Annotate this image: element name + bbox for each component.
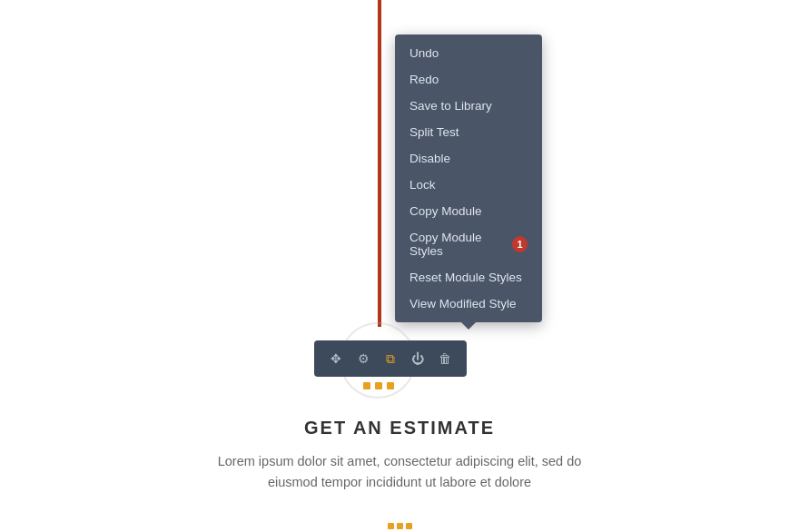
menu-item-disable[interactable]: Disable <box>395 145 542 172</box>
menu-item-label-lock: Lock <box>409 178 436 192</box>
menu-item-label-disable: Disable <box>409 152 450 165</box>
toolbar-btn-delete[interactable]: 🗑 <box>432 346 458 371</box>
menu-item-label-reset-module-styles: Reset Module Styles <box>409 271 522 284</box>
bottom-dot-2 <box>397 523 403 529</box>
menu-item-label-copy-module: Copy Module <box>409 204 482 218</box>
bottom-dot-3 <box>406 523 412 529</box>
menu-item-split-test[interactable]: Split Test <box>395 119 542 145</box>
toolbar-btn-power[interactable]: ⏻ <box>405 346 430 371</box>
menu-item-copy-module[interactable]: Copy Module <box>395 198 542 224</box>
vertical-divider-line <box>378 0 381 327</box>
content-body: Lorem ipsum dolor sit amet, consectetur … <box>200 451 599 493</box>
page-content: GET AN ESTIMATE Lorem ipsum dolor sit am… <box>0 418 799 493</box>
bottom-dot-1 <box>388 523 394 529</box>
toolbar-btn-clone[interactable]: ⧉ <box>378 346 403 371</box>
menu-item-view-modified-style[interactable]: View Modified Style <box>395 291 542 317</box>
module-dot-2 <box>375 382 382 389</box>
bottom-icon-area <box>381 519 418 532</box>
toolbar-btn-move[interactable]: ✥ <box>323 346 349 371</box>
content-title: GET AN ESTIMATE <box>304 418 495 438</box>
menu-item-undo[interactable]: Undo <box>395 40 542 66</box>
menu-item-reset-module-styles[interactable]: Reset Module Styles <box>395 264 542 291</box>
module-dot-1 <box>363 382 370 389</box>
menu-item-label-undo: Undo <box>409 46 439 60</box>
menu-item-label-save-to-library: Save to Library <box>409 99 492 113</box>
menu-item-label-view-modified-style: View Modified Style <box>409 297 517 310</box>
menu-item-label-redo: Redo <box>409 73 439 86</box>
module-icon-area <box>341 372 416 399</box>
menu-item-lock[interactable]: Lock <box>395 172 542 198</box>
module-dot-3 <box>387 382 394 389</box>
module-toolbar: ✥⚙⧉⏻🗑 <box>314 340 467 377</box>
context-menu: UndoRedoSave to LibrarySplit TestDisable… <box>395 34 542 322</box>
menu-item-copy-module-styles[interactable]: Copy Module Styles1 <box>395 224 542 264</box>
toolbar-btn-settings[interactable]: ⚙ <box>350 346 376 371</box>
menu-item-label-copy-module-styles: Copy Module Styles <box>409 231 512 258</box>
menu-item-badge-copy-module-styles: 1 <box>512 236 528 252</box>
menu-item-label-split-test: Split Test <box>409 125 459 139</box>
menu-item-save-to-library[interactable]: Save to Library <box>395 93 542 119</box>
menu-item-redo[interactable]: Redo <box>395 66 542 93</box>
